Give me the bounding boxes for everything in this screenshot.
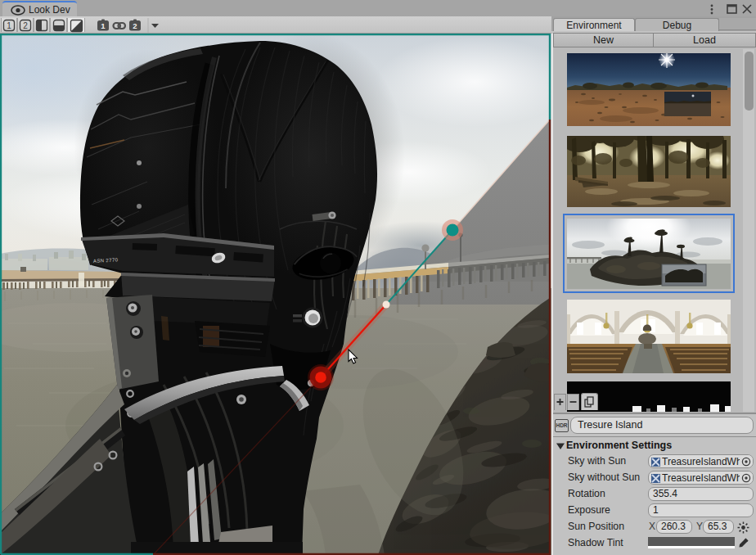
svg-text:1: 1: [101, 21, 106, 30]
svg-text:2: 2: [23, 21, 28, 30]
svg-text:2: 2: [133, 21, 137, 30]
svg-text:1: 1: [7, 21, 11, 30]
